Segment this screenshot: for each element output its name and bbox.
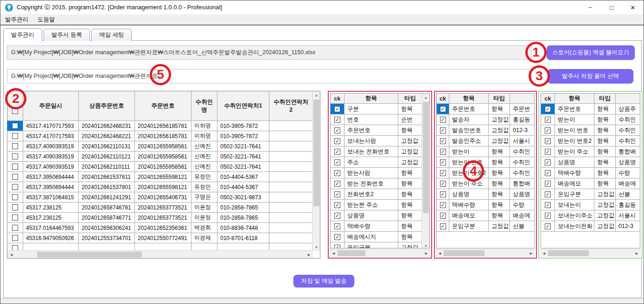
order-cell[interactable]: 2024012655958561 [135, 152, 191, 162]
mapping-cell[interactable]: 보내는이주소 [555, 210, 594, 221]
scrollbar-thumb[interactable] [444, 250, 485, 256]
order-cell[interactable]: 45317.4090393519 [23, 152, 79, 162]
row-check-cell[interactable] [331, 242, 344, 248]
order-cell[interactable]: 2024012653773521 [135, 203, 191, 213]
mapping-cell[interactable]: 항목 [594, 146, 616, 157]
row-check-cell[interactable] [541, 104, 555, 114]
scrollbar-thumb[interactable] [548, 250, 589, 256]
row-select-cell[interactable] [7, 182, 23, 192]
mapping-cell[interactable]: 발송인번호 [449, 125, 489, 136]
vertical-scrollbar[interactable]: ▲▼ [421, 94, 429, 248]
order-cell[interactable] [269, 192, 312, 203]
menu-item-help[interactable]: 도움말 [33, 14, 60, 25]
row-check-cell[interactable] [541, 210, 555, 221]
order-cell[interactable] [269, 162, 312, 172]
scroll-right-icon[interactable]: ▶ [305, 251, 313, 259]
order-cell[interactable]: 신예진 [191, 141, 217, 152]
mapping-cell[interactable]: 받는이 [449, 146, 489, 157]
row-check-cell[interactable] [437, 221, 449, 232]
order-cell[interactable]: 2024012655598121 [135, 182, 191, 192]
mapping-cell[interactable]: 운임구분 [449, 221, 489, 232]
row-check-cell[interactable] [541, 125, 555, 136]
order-cell[interactable]: 유정민 [191, 172, 217, 182]
mapping-cell[interactable]: 상품명 [616, 157, 640, 168]
order-cell[interactable]: 2024012656185781 [135, 121, 191, 131]
row-select-cell[interactable] [7, 243, 23, 250]
column-header[interactable] [616, 94, 640, 104]
scrollbar-thumb[interactable] [313, 100, 319, 206]
checkbox-unchecked[interactable] [12, 215, 18, 221]
checkbox-checked[interactable] [334, 138, 340, 144]
column-header[interactable]: 타입 [398, 94, 421, 104]
mapping-cell[interactable]: 받는이 [555, 114, 594, 125]
order-cell[interactable]: 2024012658746771 [79, 213, 135, 223]
checkbox-checked[interactable] [440, 149, 446, 155]
mapping-cell[interactable]: 고정값 [489, 136, 510, 146]
column-header[interactable]: ck [331, 94, 344, 104]
scrollbar-thumb[interactable] [37, 252, 142, 258]
mapping-cell[interactable]: 항목 [594, 104, 616, 114]
checkbox-checked[interactable] [545, 181, 551, 187]
order-cell[interactable] [269, 213, 312, 223]
mapping-cell[interactable]: 전화번호2 [344, 189, 398, 200]
column-header[interactable]: 타입 [594, 94, 616, 104]
checkbox-checked[interactable] [545, 106, 551, 112]
checkbox-unchecked[interactable] [12, 143, 18, 149]
row-check-cell[interactable] [437, 178, 449, 189]
order-cell[interactable] [191, 243, 217, 250]
checkbox-checked[interactable] [334, 202, 340, 208]
mapping-cell[interactable]: 항목 [398, 232, 421, 242]
checkbox-unchecked[interactable] [12, 204, 18, 210]
mapping-cell[interactable]: 고정값 [398, 242, 421, 248]
column-header[interactable]: 상품주문번호 [79, 91, 135, 121]
mapping-cell[interactable]: 상품명 [449, 189, 489, 200]
order-cell[interactable]: 010-2858-7865 [217, 203, 269, 213]
row-check-cell[interactable] [331, 125, 344, 136]
order-cell[interactable] [269, 172, 312, 182]
order-cell[interactable]: 2024012662468221 [79, 131, 135, 141]
mapping-cell[interactable]: 고정값 [489, 114, 510, 125]
tab-order-management[interactable]: 발주관리 [3, 28, 42, 41]
checkbox-checked[interactable] [440, 106, 446, 112]
column-header[interactable]: ck [541, 94, 555, 104]
order-cell[interactable]: 2024012662468231 [79, 121, 135, 131]
order-cell[interactable] [269, 182, 312, 192]
mapping-cell[interactable]: 택배수량 [344, 221, 398, 232]
checkbox-checked[interactable] [334, 117, 340, 123]
order-cell[interactable]: 45317.4090393519 [23, 162, 79, 172]
row-check-cell[interactable] [331, 146, 344, 157]
order-cell[interactable] [269, 203, 312, 213]
mapping-cell[interactable]: 선불 [616, 189, 640, 200]
row-check-cell[interactable] [541, 189, 555, 200]
scroll-left-icon[interactable]: ◀ [330, 249, 338, 257]
mapping-cell[interactable]: 상품명 [510, 189, 534, 200]
mapping-cell[interactable]: 배송메모 [555, 178, 594, 189]
checkbox-checked[interactable] [545, 159, 551, 165]
checkbox-unchecked[interactable] [12, 108, 18, 114]
checkbox-unchecked[interactable] [12, 235, 18, 241]
mapping-cell[interactable]: 고정값 [489, 125, 510, 136]
mapping-cell[interactable]: 보내는이전화 [555, 221, 594, 232]
select-save-folder-button[interactable]: 발주서 저장 폴더 선택 [548, 69, 633, 83]
checkbox-checked[interactable] [334, 170, 340, 176]
row-select-cell[interactable] [7, 223, 23, 233]
order-cell[interactable]: 2024012550772491 [135, 233, 191, 243]
row-check-cell[interactable] [541, 168, 555, 178]
checkbox-unchecked[interactable] [12, 153, 18, 159]
order-cell[interactable]: 2024012652356361 [135, 223, 191, 233]
order-cell[interactable]: 0502-3221-7641 [217, 162, 269, 172]
order-cell[interactable]: 2024012656185781 [135, 131, 191, 141]
row-check-cell[interactable] [331, 232, 344, 242]
mapping-cell[interactable]: 순번 [398, 114, 421, 125]
maximize-button[interactable]: □ [601, 0, 622, 14]
mapping-cell[interactable]: 012-3 [510, 125, 534, 136]
mapping-cell[interactable]: 홍길동 [510, 114, 534, 125]
scroll-right-icon[interactable]: ▶ [527, 249, 535, 257]
order-cell[interactable]: 0502-3221-7641 [217, 141, 269, 152]
row-check-cell[interactable] [541, 221, 555, 232]
row-check-cell[interactable] [437, 200, 449, 210]
mapping-cell[interactable]: 택배수량 [449, 200, 489, 210]
tab-order-sheet-register[interactable]: 발주서 등록 [44, 29, 90, 41]
row-check-cell[interactable] [331, 210, 344, 221]
checkbox-checked[interactable] [440, 213, 446, 219]
